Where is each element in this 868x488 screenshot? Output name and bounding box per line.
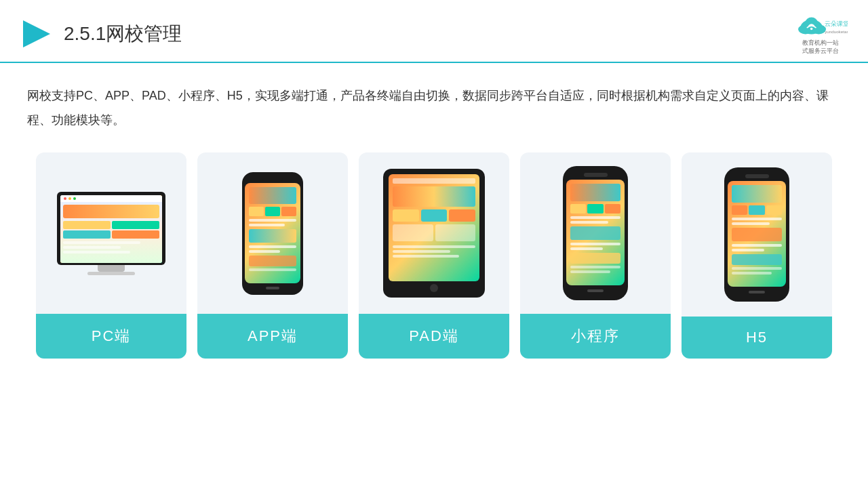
h5-screen (728, 181, 786, 287)
card-pc: PC端 (36, 152, 186, 359)
card-miniprogram: 小程序 (520, 152, 671, 359)
svg-point-5 (810, 28, 813, 30)
pc-base (87, 272, 135, 275)
page-header: 2.5.1网校管理 云朵课堂 yunduoketang.com 教育机构一站 式… (0, 0, 868, 63)
page-title: 2.5.1网校管理 (64, 21, 182, 47)
play-icon (20, 18, 53, 50)
card-app-image (197, 152, 348, 314)
card-app-label: APP端 (197, 314, 348, 359)
card-pc-label: PC端 (36, 314, 186, 359)
card-pad-image (359, 152, 509, 314)
card-h5-image (682, 152, 832, 317)
logo-area: 云朵课堂 yunduoketang.com 教育机构一站 式服务云平台 (793, 12, 848, 55)
card-h5: H5 (682, 152, 832, 359)
pad-tablet (383, 169, 485, 298)
header-left: 2.5.1网校管理 (20, 18, 182, 50)
miniprogram-notch (584, 173, 608, 177)
app-phone-screen (245, 183, 300, 283)
logo-icon: 云朵课堂 yunduoketang.com (793, 12, 848, 39)
svg-text:云朵课堂: 云朵课堂 (825, 20, 848, 27)
card-miniprogram-label: 小程序 (520, 314, 671, 359)
card-miniprogram-image (520, 152, 671, 314)
svg-text:yunduoketang.com: yunduoketang.com (825, 29, 848, 34)
pc-monitor (57, 192, 165, 265)
app-phone (242, 172, 303, 295)
app-phone-notch (262, 178, 283, 181)
h5-notch (745, 174, 769, 178)
description-text: 网校支持PC、APP、PAD、小程序、H5，实现多端打通，产品各终端自由切换，数… (27, 83, 841, 132)
card-pad: PAD端 (359, 152, 509, 359)
card-pc-image (36, 152, 186, 314)
miniprogram-screen (566, 180, 625, 285)
miniprogram-phone (563, 166, 628, 300)
logo-tagline: 教育机构一站 式服务云平台 (802, 39, 839, 55)
card-h5-label: H5 (682, 317, 832, 359)
card-pad-label: PAD端 (359, 314, 509, 359)
main-content: 网校支持PC、APP、PAD、小程序、H5，实现多端打通，产品各终端自由切换，数… (0, 63, 868, 372)
pc-screen (60, 195, 162, 263)
card-app: APP端 (197, 152, 348, 359)
pc-monitor-wrap (57, 192, 165, 275)
svg-marker-0 (23, 20, 50, 47)
device-cards-container: PC端 (27, 152, 841, 359)
h5-phone (724, 167, 789, 302)
pc-stand (98, 265, 125, 272)
pad-screen (389, 174, 479, 281)
